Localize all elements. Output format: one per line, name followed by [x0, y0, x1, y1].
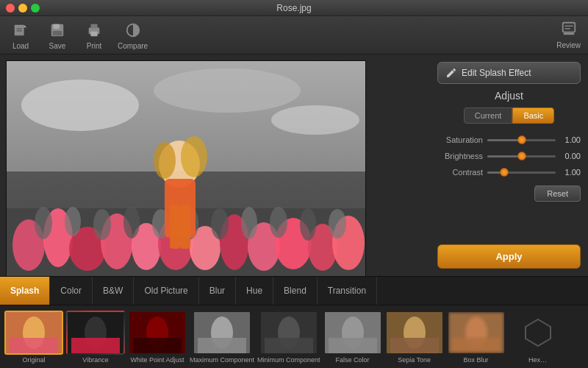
traffic-lights — [6, 4, 40, 13]
compare-button[interactable]: Compare — [118, 20, 148, 50]
thumb-false-color[interactable]: False Color — [323, 311, 382, 364]
svg-point-36 — [123, 206, 140, 238]
save-label: Save — [49, 42, 66, 50]
minimize-button[interactable] — [18, 4, 27, 13]
svg-rect-0 — [15, 25, 24, 36]
contrast-track[interactable] — [487, 171, 556, 174]
tab-current[interactable]: Current — [464, 107, 513, 124]
svg-rect-58 — [133, 338, 182, 353]
thumb-original[interactable]: Original — [4, 311, 63, 364]
svg-rect-47 — [180, 205, 190, 249]
thumb-hex[interactable]: Hex… — [509, 311, 567, 364]
thumb-sepia-tone-img — [385, 311, 444, 355]
tab-splash[interactable]: Splash — [0, 277, 50, 305]
tab-bw[interactable]: B&W — [93, 277, 134, 305]
print-button[interactable]: Print — [81, 20, 107, 50]
svg-rect-5 — [54, 24, 60, 29]
thumb-max-comp-img — [193, 311, 251, 355]
toolbar: Load Save Print Compare — [0, 16, 588, 54]
svg-rect-46 — [170, 205, 180, 249]
svg-point-42 — [300, 208, 316, 241]
thumb-sepia-tone[interactable]: Sepia Tone — [385, 311, 444, 364]
compare-icon — [123, 20, 143, 40]
contrast-label: Contrast — [437, 168, 483, 177]
review-icon — [561, 21, 577, 40]
main-image — [6, 60, 366, 276]
thumb-hex-img — [509, 311, 567, 355]
svg-rect-67 — [329, 338, 377, 353]
edit-splash-button[interactable]: Edit Splash Effect — [437, 62, 581, 84]
apply-button[interactable]: Apply — [437, 244, 581, 269]
print-label: Print — [87, 42, 102, 50]
svg-rect-74 — [510, 312, 566, 353]
svg-rect-55 — [71, 338, 120, 353]
compare-label: Compare — [118, 42, 148, 50]
saturation-track[interactable] — [487, 139, 556, 141]
svg-point-49 — [154, 142, 176, 179]
main-wrapper: Edit Splash Effect Adjust Current Basic … — [0, 54, 588, 368]
svg-marker-1 — [24, 25, 27, 28]
svg-point-41 — [270, 207, 287, 238]
svg-rect-11 — [562, 23, 575, 32]
tab-transition[interactable]: Transition — [318, 277, 377, 305]
tab-basic[interactable]: Basic — [512, 107, 554, 124]
maximize-button[interactable] — [31, 4, 40, 13]
thumb-min-comp[interactable]: Minimum Component — [257, 311, 320, 364]
thumbnails-strip: Original Vibrance White Point Adjust — [0, 305, 588, 368]
svg-rect-9 — [90, 32, 97, 36]
reset-button[interactable]: Reset — [534, 185, 581, 202]
saturation-label: Saturation — [437, 135, 483, 144]
svg-rect-8 — [90, 24, 97, 29]
adjust-tabs: Current Basic — [437, 107, 581, 124]
thumb-vibrance-img — [66, 311, 125, 355]
close-button[interactable] — [6, 4, 15, 13]
titlebar: Rose.jpg — [0, 0, 588, 16]
thumb-white-point[interactable]: White Point Adjust — [128, 311, 187, 364]
load-button[interactable]: Load — [7, 20, 34, 50]
tab-blend[interactable]: Blend — [273, 277, 318, 305]
tab-color[interactable]: Color — [50, 277, 93, 305]
thumb-box-blur[interactable]: Box Blur — [447, 311, 506, 364]
thumb-white-point-label: White Point Adjust — [130, 356, 184, 364]
saturation-row: Saturation 1.00 — [437, 135, 581, 144]
review-label: Review — [556, 41, 581, 49]
svg-point-35 — [93, 209, 111, 240]
thumb-min-comp-label: Minimum Component — [257, 356, 320, 364]
window-title: Rose.jpg — [276, 3, 311, 13]
saturation-value: 1.00 — [560, 135, 581, 144]
tab-old-picture[interactable]: Old Picture — [134, 277, 198, 305]
svg-rect-64 — [265, 338, 313, 353]
effect-tabs: Splash Color B&W Old Picture Blur Hue Bl… — [0, 276, 588, 305]
canvas-wrapper — [0, 54, 430, 276]
svg-rect-73 — [452, 338, 501, 353]
thumb-original-img — [4, 311, 63, 355]
adjust-title: Adjust — [437, 90, 581, 102]
svg-point-33 — [35, 207, 52, 239]
thumb-box-blur-label: Box Blur — [464, 356, 489, 364]
review-button[interactable]: Review — [556, 21, 581, 49]
thumb-min-comp-img — [259, 311, 318, 355]
thumb-false-color-label: False Color — [336, 356, 370, 364]
brightness-label: Brightness — [437, 152, 483, 160]
tab-hue[interactable]: Hue — [236, 277, 273, 305]
svg-point-34 — [65, 207, 81, 236]
save-button[interactable]: Save — [44, 20, 71, 50]
thumb-hex-label: Hex… — [528, 356, 547, 364]
thumb-false-color-img — [323, 311, 382, 355]
thumb-sepia-tone-label: Sepia Tone — [398, 356, 431, 364]
svg-rect-14 — [563, 33, 574, 35]
brightness-track[interactable] — [487, 155, 556, 158]
pencil-icon — [445, 67, 457, 79]
toolbar-right: Review — [556, 21, 581, 49]
tab-blur[interactable]: Blur — [199, 277, 236, 305]
thumb-original-label: Original — [22, 356, 45, 364]
thumb-box-blur-img — [447, 311, 506, 355]
thumb-white-point-img — [128, 311, 187, 355]
save-icon — [47, 20, 68, 40]
edit-splash-label: Edit Splash Effect — [462, 68, 531, 78]
thumb-max-comp[interactable]: Maximum Component — [190, 311, 254, 364]
thumb-vibrance-label: Vibrance — [82, 356, 108, 364]
svg-point-40 — [241, 207, 257, 239]
thumb-vibrance[interactable]: Vibrance — [66, 311, 125, 364]
svg-rect-6 — [53, 31, 62, 35]
